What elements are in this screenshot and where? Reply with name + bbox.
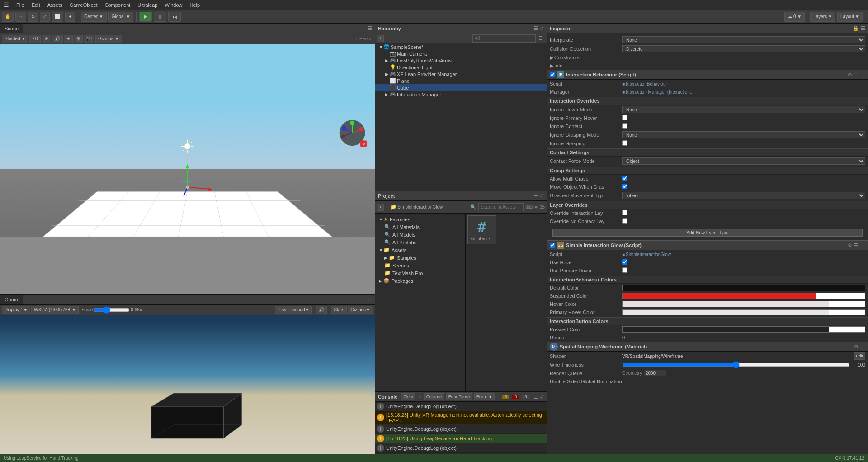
hierarchy-item-plane[interactable]: ⬜ Plane: [375, 77, 547, 84]
hierarchy-item-interactionmanager[interactable]: ▶ 🎮 Interaction Manager: [375, 91, 547, 98]
hierarchy-item-directionallight[interactable]: 💡 Directional Light: [375, 64, 547, 71]
folder-assets[interactable]: ▼ 📁 Assets: [377, 246, 463, 254]
hierarchy-maximize[interactable]: ⤢: [540, 25, 544, 31]
sig-enable-checkbox[interactable]: [550, 243, 555, 248]
default-color-swatch[interactable]: [622, 285, 865, 291]
pause-button[interactable]: ⏸: [154, 12, 166, 22]
inspector-menu[interactable]: ☰: [861, 25, 865, 31]
game-scale-slider[interactable]: [94, 308, 130, 312]
project-add-btn[interactable]: +: [377, 204, 384, 211]
interaction-behaviour-settings-icon[interactable]: ⚙: [848, 72, 852, 78]
game-canvas[interactable]: [0, 315, 375, 462]
game-display-btn[interactable]: Display 1 ▼: [2, 306, 30, 314]
folder-samples[interactable]: ▶ 📁 Samples: [377, 254, 463, 262]
console-clear-btn[interactable]: Clear: [401, 393, 415, 400]
spatial-mapping-settings-icon[interactable]: ⚙: [854, 344, 859, 350]
tool-rect[interactable]: ⬜: [52, 12, 63, 22]
scene-camera-btn[interactable]: 📷: [84, 35, 94, 43]
hierarchy-menu[interactable]: ☰: [533, 25, 538, 31]
project-maximize[interactable]: ⤢: [540, 193, 544, 199]
pressed-color-swatch[interactable]: [622, 326, 865, 333]
scene-grid-btn[interactable]: ⊞: [74, 35, 83, 43]
hierarchy-item-samplescene[interactable]: ▼ 🌐 SampleScene*: [375, 43, 547, 50]
contact-force-mode-dropdown[interactable]: Object: [622, 157, 865, 165]
scene-lighting-btn[interactable]: ☀: [42, 35, 51, 43]
console-menu[interactable]: ☰: [533, 394, 538, 400]
interaction-behaviour-menu-icon[interactable]: ☰: [854, 72, 859, 78]
collab-btn[interactable]: ☁ 0 ▼: [784, 12, 805, 22]
hierarchy-search[interactable]: [472, 34, 536, 43]
console-maximize[interactable]: ⤢: [540, 394, 544, 400]
use-primary-hover-checkbox[interactable]: [622, 267, 627, 273]
menu-ultraleap[interactable]: Ultraleap: [134, 0, 161, 10]
menu-file[interactable]: File: [13, 0, 28, 10]
menu-gameobject[interactable]: GameObject: [66, 0, 101, 10]
folder-all-models[interactable]: 🔍 All Models: [377, 231, 463, 238]
add-new-event-type-btn[interactable]: Add New Event Type: [552, 229, 863, 237]
hierarchy-item-maincamera[interactable]: 📷 Main Camera: [375, 50, 547, 57]
tab-game[interactable]: Game: [0, 295, 23, 304]
menu-component[interactable]: Component: [101, 0, 134, 10]
sig-menu-icon[interactable]: ☰: [854, 243, 859, 248]
folder-packages[interactable]: ▶ 📦 Packages: [377, 277, 463, 285]
grasped-movement-type-dropdown[interactable]: Inherit: [622, 192, 865, 199]
asset-thumbnail-simpleinteactionglow[interactable]: # SimpleInte...: [467, 215, 496, 244]
folder-all-prefabs[interactable]: 🔍 All Prefabs: [377, 238, 463, 246]
step-button[interactable]: ⏭: [168, 12, 181, 22]
scene-shading-btn[interactable]: Shaded ▼: [2, 35, 28, 43]
menu-window[interactable]: Window: [161, 0, 186, 10]
scene-fx-btn[interactable]: ✦: [64, 35, 73, 43]
ignore-grasping-checkbox[interactable]: [622, 140, 627, 146]
spatial-mapping-more-icon[interactable]: ⋮: [860, 344, 865, 350]
hover-color-swatch[interactable]: [622, 301, 865, 307]
hierarchy-options[interactable]: ☰: [537, 35, 545, 41]
console-collapse-btn[interactable]: Collapse: [424, 393, 444, 400]
menu-edit[interactable]: Edit: [28, 0, 44, 10]
game-resolution-btn[interactable]: WXGA (1366x768) ▼: [31, 306, 79, 314]
console-msg-3[interactable]: ! [15:18:23] Using LeapService for Hand …: [375, 434, 547, 443]
override-no-contact-lay-checkbox[interactable]: [622, 218, 627, 224]
wire-thickness-slider[interactable]: [622, 362, 850, 367]
interpolate-dropdown[interactable]: None: [622, 36, 865, 43]
interaction-behaviour-enable-checkbox[interactable]: [550, 72, 555, 77]
hierarchy-item-xpleap[interactable]: ▶ 🎮 XP Leap Provider Manager: [375, 71, 547, 77]
use-hover-checkbox[interactable]: [622, 259, 627, 265]
pivot-btn[interactable]: Center ▼: [81, 12, 107, 22]
layers-btn[interactable]: Layers ▼: [810, 12, 835, 22]
primary-hover-color-swatch[interactable]: [622, 309, 865, 315]
hierarchy-add-btn[interactable]: +: [377, 35, 384, 42]
console-editor-btn[interactable]: Editor ▼: [474, 393, 495, 400]
project-search[interactable]: [478, 203, 524, 211]
ignore-primary-hover-checkbox[interactable]: [622, 115, 627, 120]
scene-canvas[interactable]: Persp ✕: [0, 44, 375, 294]
space-btn[interactable]: Global ▼: [108, 12, 134, 22]
console-msg-2[interactable]: i UnityEngine.Debug:Log (object): [375, 424, 547, 434]
tool-custom[interactable]: ✦: [65, 12, 75, 22]
folder-all-materials[interactable]: 🔍 All Materials: [377, 223, 463, 231]
console-msg-0[interactable]: i UnityEngine.Debug:Log (object): [375, 402, 547, 411]
scene-gizmos-btn[interactable]: Gizmos ▼: [95, 35, 122, 43]
sig-settings-icon[interactable]: ⚙: [848, 243, 852, 248]
interaction-behaviour-more-icon[interactable]: ⋮: [860, 72, 865, 78]
menu-assets[interactable]: Assets: [44, 0, 66, 10]
scene-audio-btn[interactable]: 🔊: [52, 35, 63, 43]
menu-help[interactable]: Help: [186, 0, 204, 10]
sig-more-icon[interactable]: ⋮: [860, 243, 865, 248]
ignore-hover-mode-dropdown[interactable]: None: [622, 106, 865, 113]
game-stats-btn[interactable]: Stats: [331, 306, 347, 314]
game-gizmos-btn[interactable]: Gizmos ▼: [348, 306, 373, 314]
console-error-pause-btn[interactable]: Error Pause: [446, 393, 472, 400]
shader-edit-btn[interactable]: Edit: [854, 352, 865, 360]
tool-rotate[interactable]: ↻: [28, 12, 38, 22]
layout-btn[interactable]: Layout ▼: [837, 12, 863, 22]
tool-hand[interactable]: ✋: [2, 12, 14, 22]
ignore-contact-checkbox[interactable]: [622, 123, 627, 129]
render-queue-input[interactable]: [644, 370, 666, 376]
console-msg-1[interactable]: ! [15:18:23] Unity XR Management not ava…: [375, 411, 547, 424]
folder-scenes[interactable]: 📁 Scenes: [377, 262, 463, 269]
suspended-color-swatch[interactable]: [622, 293, 865, 299]
move-obj-when-grasped-checkbox[interactable]: [622, 184, 627, 189]
tool-scale[interactable]: ⤢: [40, 12, 50, 22]
ignore-grasping-mode-dropdown[interactable]: None: [622, 131, 865, 138]
hierarchy-item-lowpolyhands[interactable]: ▶ 🎮 LowPolyHandsWithArms: [375, 57, 547, 64]
